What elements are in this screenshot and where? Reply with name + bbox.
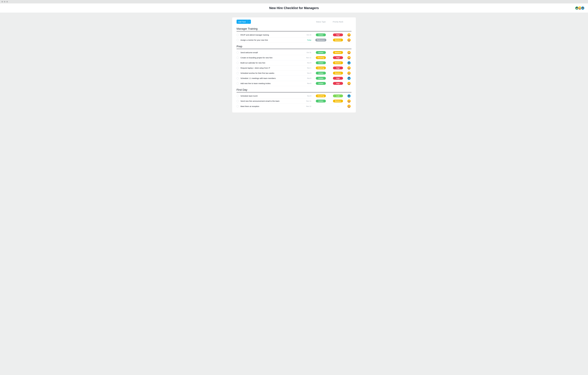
task-row[interactable]: Add new hire to team meeting invitesNov … [237,81,351,86]
priority-pill[interactable]: Medium [333,100,343,102]
task-due-date[interactable]: Oct 15 [304,34,312,36]
window-zoom-icon[interactable] [6,1,8,2]
task-assignee-cell[interactable]: 🧔🏻 [346,94,351,97]
task-status-cell[interactable]: Awaiting [312,66,329,69]
assignee-avatar[interactable]: 👱🏻‍♀️ [347,99,351,103]
add-task-dropdown-button[interactable] [247,20,251,24]
task-row[interactable]: Schedule 1:1 meetings with team membersN… [237,76,351,81]
assignee-avatar[interactable]: 👱🏻‍♀️ [347,82,351,85]
status-pill[interactable]: Awaiting [316,95,326,97]
complete-checkbox[interactable] [237,67,239,69]
task-status-cell[interactable]: Action [312,100,329,102]
task-status-cell[interactable]: Action [312,33,329,36]
task-due-date[interactable]: Nov 11 [304,100,312,102]
task-name[interactable]: Request laptop + desk setup from IT [241,67,304,69]
task-due-date[interactable]: Nov 12 [304,105,312,107]
priority-pill[interactable]: Medium [333,39,343,42]
task-row[interactable]: Schedule team lunchNov 8AwaitingLow🧔🏻 [237,93,351,98]
task-assignee-cell[interactable]: 👱🏻‍♀️ [346,66,351,70]
task-assignee-cell[interactable]: 👱🏻‍♀️ [346,51,351,54]
task-due-date[interactable]: Nov 8 [304,83,312,84]
task-priority-cell[interactable]: High [329,66,346,69]
complete-checkbox[interactable] [237,62,239,64]
task-name[interactable]: Schedule team lunch [241,95,304,97]
status-pill[interactable]: Awaiting [316,66,326,69]
status-pill[interactable]: Action [316,72,326,75]
priority-pill[interactable]: Medium [333,72,343,75]
task-priority-cell[interactable]: High [329,82,346,85]
task-status-cell[interactable]: Action [312,82,329,85]
section-title[interactable]: Prep [237,45,351,49]
task-row[interactable]: Assign a mentor for your new hireTodayRe… [237,38,351,43]
column-header-status[interactable]: Status Type [312,21,329,23]
status-pill[interactable]: Action [316,77,326,80]
task-status-cell[interactable]: Action [312,51,329,54]
task-priority-cell[interactable]: Medium [329,61,346,64]
task-name[interactable]: Schedule lunches for their first two wee… [241,72,304,74]
task-due-date[interactable]: Nov 11 [304,57,312,59]
assignee-avatar[interactable]: 🧔🏻 [347,77,351,80]
task-name[interactable]: Send new hire announcement email to the … [241,100,304,102]
section-title[interactable]: Manager Training [237,27,351,31]
task-row[interactable]: RSVP and attend manager trainingOct 15Ac… [237,32,351,38]
assignee-avatar[interactable]: 🧔🏻 [347,94,351,97]
assignee-avatar[interactable]: 👱🏻‍♀️ [347,105,351,108]
task-due-date[interactable]: Today [304,39,312,41]
task-status-cell[interactable]: — [312,105,329,107]
task-assignee-cell[interactable]: 🧔🏻 [346,77,351,80]
status-pill[interactable]: Action [316,100,326,102]
priority-pill[interactable]: High [333,77,343,80]
task-row[interactable]: Meet them at receptionNov 12——👱🏻‍♀️ [237,104,351,109]
task-due-date[interactable]: Nov 8 [304,95,312,97]
assignee-avatar[interactable]: 👱🏻‍♀️ [347,33,351,36]
task-name[interactable]: Create on-boarding project for new hire [241,57,304,59]
task-assignee-cell[interactable]: 👱🏻‍♀️ [346,39,351,42]
task-priority-cell[interactable]: High [329,33,346,36]
assignee-avatar[interactable]: 👱🏻‍♀️ [347,39,351,42]
complete-checkbox[interactable] [237,39,239,41]
status-pill[interactable]: Reference [315,39,326,42]
task-name[interactable]: Build out calendar for new hire [241,62,304,64]
task-priority-cell[interactable]: High [329,56,346,59]
task-row[interactable]: Request laptop + desk setup from ITNov 1… [237,65,351,71]
header-avatar-stack[interactable]: 👩🏻👱🏻‍♀️🧔🏻 [575,6,585,10]
task-status-cell[interactable]: Action [312,72,329,75]
status-pill[interactable]: Action [316,33,326,36]
task-priority-cell[interactable]: Medium [329,39,346,42]
task-assignee-cell[interactable]: 👱🏻‍♀️ [346,72,351,75]
complete-checkbox[interactable] [237,77,239,79]
task-priority-cell[interactable]: Medium [329,51,346,54]
complete-checkbox[interactable] [237,100,239,102]
task-name[interactable]: Send welcome email! [241,52,304,54]
task-due-date[interactable]: Nov 8 [304,62,312,64]
priority-pill[interactable]: High [333,56,343,59]
add-task-split-button[interactable]: Add Task [237,20,251,24]
task-row[interactable]: Send new hire announcement email to the … [237,98,351,104]
task-assignee-cell[interactable]: 👱🏻‍♀️ [346,33,351,36]
assignee-avatar[interactable]: 👱🏻‍♀️ [347,56,351,59]
section-title[interactable]: First Day [237,88,351,92]
status-pill[interactable]: Action [316,51,326,54]
status-pill[interactable]: Awaiting [316,56,326,59]
task-status-cell[interactable]: Awaiting [312,95,329,97]
assignee-avatar[interactable]: 👱🏻‍♀️ [347,66,351,70]
complete-checkbox[interactable] [237,82,239,85]
priority-pill[interactable]: Medium [333,51,343,54]
task-due-date[interactable]: Nov 8 [304,72,312,74]
task-assignee-cell[interactable]: 👱🏻‍♀️ [346,99,351,103]
task-assignee-cell[interactable]: 🧔🏻 [346,61,351,64]
task-status-cell[interactable]: Reference [312,39,329,42]
priority-pill[interactable]: High [333,66,343,69]
task-name[interactable]: RSVP and attend manager training [241,34,304,36]
complete-checkbox[interactable] [237,72,239,74]
status-pill[interactable]: Action [316,82,326,85]
task-priority-cell[interactable]: — [329,105,346,107]
complete-checkbox[interactable] [237,52,239,54]
task-status-cell[interactable]: Action [312,61,329,64]
priority-pill[interactable]: High [333,33,343,36]
task-priority-cell[interactable]: Medium [329,72,346,75]
priority-pill[interactable]: Low [333,95,343,97]
task-row[interactable]: Create on-boarding project for new hireN… [237,55,351,60]
header-avatar[interactable]: 🧔🏻 [581,6,585,10]
column-header-priority[interactable]: Priority Rank [329,21,346,23]
